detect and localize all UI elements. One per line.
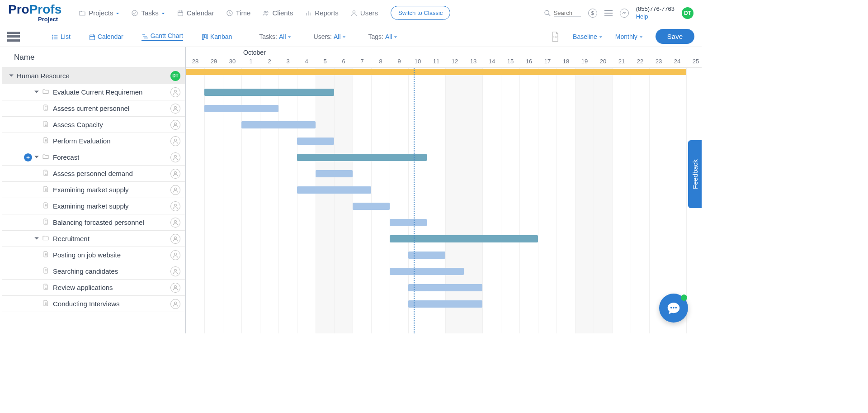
assignee-avatar[interactable] [170,136,180,146]
chevron-down-icon[interactable] [34,89,42,96]
assignee-avatar[interactable] [170,185,180,195]
svg-point-44 [175,139,177,141]
tree-row[interactable]: +Forecast [2,149,185,166]
hamburger-icon[interactable] [7,32,20,42]
chevron-down-icon[interactable] [9,72,17,80]
assignee-avatar[interactable] [170,218,180,228]
tree-row[interactable]: Posting on job website [2,247,185,263]
speed-icon[interactable] [620,9,629,18]
view-label: Gantt Chart [151,32,183,39]
view-switcher: List Calendar Gantt Chart Kanban [52,32,232,41]
tree-row[interactable]: Human ResourceDT [2,68,185,84]
switch-to-classic-button[interactable]: Switch to Classic [391,6,450,20]
user-avatar[interactable]: DT [682,7,693,19]
assignee-avatar[interactable] [170,299,180,309]
assignee-avatar[interactable] [170,283,180,293]
assignee-avatar[interactable] [170,201,180,211]
nav-label: Projects [89,9,113,17]
tree-row[interactable]: Searching candidates [2,263,185,280]
save-button[interactable]: Save [656,29,694,44]
nav-time[interactable]: Time [226,9,251,17]
tree-row[interactable]: Assess current personnel [2,100,185,117]
gantt-bar[interactable] [353,203,390,210]
bar-row [186,280,702,296]
month-label: October [243,49,266,56]
nav-projects[interactable]: Projects [79,9,119,17]
assignee-avatar[interactable] [170,266,180,276]
gantt-bar[interactable] [390,235,538,242]
search-icon[interactable] [544,9,551,17]
gantt-bar[interactable] [186,69,686,75]
gantt-bar[interactable] [297,186,371,194]
nav-calendar[interactable]: Calendar [177,9,214,17]
gantt-bar[interactable] [316,170,353,177]
assignee-avatar[interactable] [170,104,180,114]
svg-line-13 [548,14,550,16]
gantt-bar[interactable] [204,89,334,96]
menu-lines-icon[interactable] [604,10,613,16]
day-header: 30 [223,58,241,68]
view-kanban[interactable]: Kanban [201,33,232,40]
filter-label: Tags: [368,33,383,40]
assignee-avatar[interactable] [170,250,180,260]
assignee-avatar[interactable] [170,152,180,162]
gantt-bar[interactable] [408,300,482,308]
assignee-avatar[interactable] [170,169,180,179]
tree-row[interactable]: Balancing forcasted personnel [2,214,185,231]
tree-row[interactable]: Examining market supply [2,198,185,214]
gantt-bar[interactable] [390,268,464,275]
gantt-bar[interactable] [241,121,316,128]
chevron-down-icon[interactable] [34,235,42,242]
view-list[interactable]: List [52,33,71,40]
gantt-bar[interactable] [297,154,427,161]
bar-row [186,84,702,100]
filter-value[interactable]: All [279,33,291,40]
nav-reports[interactable]: Reports [305,9,339,17]
view-gantt-chart[interactable]: Gantt Chart [142,32,183,41]
gantt-scroll[interactable]: October 28293012345678910111213141516171… [186,47,702,333]
bar-row [186,247,702,263]
baseline-dropdown[interactable]: Baseline [573,33,603,40]
assignee-avatar[interactable] [170,120,180,130]
nav-clients[interactable]: Clients [262,9,293,17]
assignee-avatar[interactable] [170,234,180,244]
gantt-bar[interactable] [390,219,427,226]
search-input[interactable] [554,9,581,17]
monthly-dropdown[interactable]: Monthly [615,33,643,40]
currency-icon[interactable]: $ [588,9,597,18]
tree-row[interactable]: Assess Capacity [2,117,185,133]
chat-bubble[interactable] [659,294,688,323]
tree-row[interactable]: Examining market supply [2,182,185,198]
filter-value[interactable]: All [385,33,397,40]
tree-row[interactable]: Assess personnel demand [2,166,185,182]
tree-row[interactable]: Evaluate Current Requiremen [2,84,185,100]
assignee-avatar[interactable] [170,87,180,97]
logo[interactable]: ProProfs Project [8,3,61,23]
header-right: $ (855)776-7763 Help DT [544,5,693,21]
feedback-tab[interactable]: Feedback [688,140,702,208]
help-link[interactable]: Help [636,13,675,21]
filter-value[interactable]: All [334,33,346,40]
calendar-icon [89,33,95,40]
nav-users[interactable]: Users [350,9,378,17]
tree-row[interactable]: Recruitment [2,231,185,247]
view-label: Kanban [210,33,232,40]
view-calendar[interactable]: Calendar [89,33,123,40]
day-header: 16 [519,58,538,68]
chevron-down-icon[interactable] [34,154,42,161]
gantt-bar[interactable] [408,284,482,291]
folder-icon [79,9,86,17]
day-header: 18 [557,58,575,68]
assignee-avatar[interactable]: DT [170,71,180,81]
add-icon[interactable]: + [24,153,32,161]
export-csv-icon[interactable]: CSV [550,31,560,42]
document-icon [42,104,53,113]
nav-tasks[interactable]: Tasks [131,9,165,17]
gantt-bar[interactable] [204,105,278,112]
gantt-bar[interactable] [297,138,334,145]
tree-row[interactable]: Conducting Interviews [2,296,185,312]
svg-point-19 [52,37,53,37]
day-header: 7 [353,58,371,68]
tree-row[interactable]: Perform Evaluation [2,133,185,149]
tree-row[interactable]: Review applications [2,280,185,296]
